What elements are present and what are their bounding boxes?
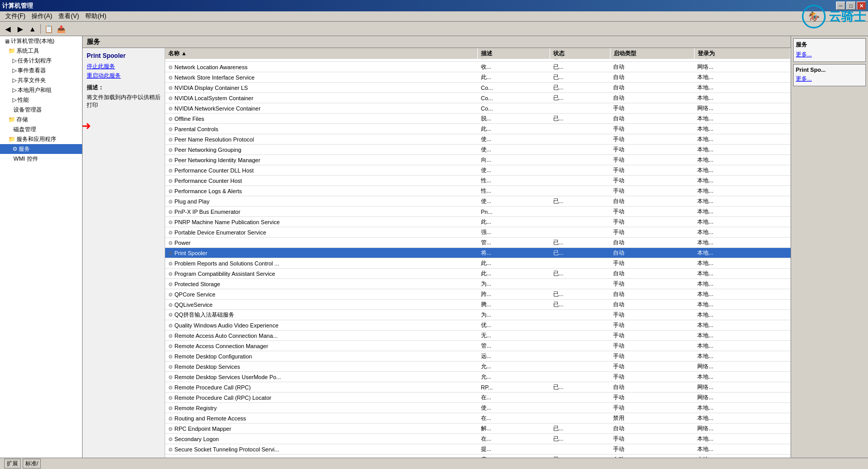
service-logon-cell: 本地... [694, 134, 790, 145]
table-row[interactable]: ⚙Performance Logs & Alerts性...手动本地... [165, 186, 791, 196]
service-desc-cell: Co... [478, 83, 550, 93]
menu-help[interactable]: 帮助(H) [82, 11, 109, 22]
tree-item-event-viewer[interactable]: ▷ 事件查看器 [0, 66, 82, 75]
restart-service-link[interactable]: 重启动此服务 [87, 72, 160, 80]
table-row[interactable]: ⚙NVIDIA NetworkService ContainerCo...手动网… [165, 103, 791, 114]
service-desc-cell: 启... [478, 455, 550, 458]
service-desc-cell: 腾... [478, 300, 550, 310]
tree-item-wmi[interactable]: WMI 控件 [0, 154, 82, 164]
tree-item-system-tools[interactable]: 📁 系统工具 [0, 46, 82, 56]
menu-file[interactable]: 文件(F) [2, 11, 28, 22]
table-row[interactable]: ⚙RPC Endpoint Mapper解...已...自动网络... [165, 424, 791, 434]
menu-action[interactable]: 操作(A) [28, 11, 55, 22]
tree-item-shared-folders[interactable]: ▷ 共享文件夹 [0, 75, 82, 85]
right-panel-more-link-2[interactable]: 更多... [796, 75, 863, 83]
table-row[interactable]: ⚙Security Accounts Manager启...已...自动本地..… [165, 455, 791, 458]
table-row[interactable]: ⚙Remote Desktop Configuration远...手动本地... [165, 351, 791, 362]
table-row[interactable]: ⚙Offline Files脱...已...自动本地... [165, 114, 791, 124]
col-header-name[interactable]: 名称 ▲ [165, 48, 478, 59]
service-desc-cell: 跨... [478, 289, 550, 300]
tree-item-storage[interactable]: 📁 存储 [0, 115, 82, 124]
tree-item-services[interactable]: ⚙ 服务 [0, 144, 82, 154]
service-logon-cell: 网络... [694, 393, 790, 403]
services-table-area[interactable]: 名称 ▲ 描述 状态 启动类型 登录为 ⚙Media Center Extend… [165, 48, 791, 458]
table-row[interactable]: ⚙Network Location Awareness收...已...自动网络.… [165, 62, 791, 72]
tree-item-performance[interactable]: ▷ 性能 [0, 95, 82, 105]
table-row[interactable]: ⚙QPCore Service跨...已...自动本地... [165, 289, 791, 300]
toolbar-forward[interactable]: ▶ [14, 23, 26, 35]
table-row[interactable]: ⚙Plug and Play使...已...自动本地... [165, 196, 791, 207]
table-row[interactable]: ⚙Peer Name Resolution Protocol使...手动本地..… [165, 134, 791, 145]
table-row[interactable]: ⚙Protected Storage为...手动本地... [165, 279, 791, 289]
table-row[interactable]: ⚙Remote Access Auto Connection Mana...无.… [165, 331, 791, 341]
table-row[interactable]: ⚙Remote Desktop Services UserMode Po...允… [165, 372, 791, 382]
service-desc-cell: 使... [478, 165, 550, 176]
table-row[interactable]: ⚙Remote Access Connection Manager管...手动本… [165, 341, 791, 351]
tree-item-services-apps[interactable]: 📁 服务和应用程序 [0, 134, 82, 144]
table-row[interactable]: ⚙Problem Reports and Solutions Control .… [165, 258, 791, 269]
table-row[interactable]: ⚙Remote Procedure Call (RPC) Locator在...… [165, 393, 791, 403]
service-startup-cell: 手动 [610, 176, 694, 186]
service-name-cell: ⚙Remote Access Auto Connection Mana... [165, 331, 478, 341]
service-startup-cell: 手动 [610, 351, 694, 362]
tree-item-local-users[interactable]: ▷ 本地用户和组 [0, 85, 82, 95]
table-row[interactable]: ⚙Remote Registry使...手动本地... [165, 403, 791, 413]
table-row[interactable]: ⚙PNRP Machine Name Publication Service此.… [165, 217, 791, 227]
table-row[interactable]: ⚙QQLiveService腾...已...自动本地... [165, 300, 791, 310]
table-row[interactable]: ⚙Parental Controls此...手动本地... [165, 124, 791, 134]
table-row[interactable]: ⚙Remote Desktop Services允...手动网络... [165, 362, 791, 372]
service-logon-cell: 网络... [694, 103, 790, 114]
menu-view[interactable]: 查看(V) [55, 11, 82, 22]
service-desc-cell: 使... [478, 134, 550, 145]
table-row[interactable]: ⚙Routing and Remote Access在...禁用本地... [165, 413, 791, 424]
table-row[interactable]: ⚙Performance Counter DLL Host使...手动本地... [165, 165, 791, 176]
table-row[interactable]: ⚙Peer Networking Grouping使...手动本地... [165, 145, 791, 155]
table-row[interactable]: ⚙Performance Counter Host性...手动本地... [165, 176, 791, 186]
service-logon-cell: 本地... [694, 300, 790, 310]
service-status-cell [550, 217, 610, 227]
service-desc-cell: 此... [478, 72, 550, 83]
service-startup-cell: 自动 [610, 93, 694, 103]
table-row[interactable]: ⚙Power管...已...自动本地... [165, 238, 791, 248]
table-row[interactable]: ⚙Peer Networking Identity Manager向...手动本… [165, 155, 791, 165]
table-row[interactable]: ⚙NVIDIA LocalSystem ContainerCo...已...自动… [165, 93, 791, 103]
service-desc-cell: 此... [478, 217, 550, 227]
table-row[interactable]: ⚙Secondary Logon在...已...手动本地... [165, 434, 791, 444]
service-logon-cell: 本地... [694, 217, 790, 227]
col-header-desc[interactable]: 描述 [478, 48, 550, 59]
service-startup-cell: 自动 [610, 114, 694, 124]
toolbar-export[interactable]: 📤 [55, 23, 67, 35]
service-status-cell [550, 176, 610, 186]
col-header-status[interactable]: 状态 [550, 48, 610, 59]
toolbar-back[interactable]: ◀ [2, 23, 13, 35]
table-row[interactable]: ⚙PnP-X IP Bus EnumeratorPn...手动本地... [165, 207, 791, 217]
service-name-cell: ⚙Remote Desktop Services [165, 362, 478, 372]
tree-item-computer-management[interactable]: 🖥 计算机管理(本地) [0, 36, 82, 46]
table-row[interactable]: ⚙Remote Procedure Call (RPC)RP...已...自动网… [165, 382, 791, 393]
table-row[interactable]: ⚙Program Compatibility Assistant Service… [165, 269, 791, 279]
table-row[interactable]: ⚙NVIDIA Display Container LSCo...已...自动本… [165, 83, 791, 93]
status-extend[interactable]: 扩展 [4, 459, 21, 468]
table-row[interactable]: ⚙Print Spooler将...已...自动本地... [165, 248, 791, 258]
table-row[interactable]: ⚙Portable Device Enumerator Service强...手… [165, 227, 791, 238]
status-standard[interactable]: 标准/ [23, 459, 41, 468]
table-row[interactable]: ⚙QQ拼音输入法基础服务为...手动本地... [165, 310, 791, 320]
col-header-startup[interactable]: 启动类型 [610, 48, 694, 59]
tree-item-disk-management[interactable]: 磁盘管理 [0, 124, 82, 134]
col-header-logon[interactable]: 登录为 [694, 48, 790, 59]
service-logon-cell: 本地... [694, 207, 790, 217]
service-desc-cell: 性... [478, 176, 550, 186]
toolbar-show-hide[interactable]: 📋 [43, 23, 54, 35]
stop-service-link[interactable]: 停止此服务 [87, 62, 160, 70]
service-name-cell: ⚙Peer Networking Identity Manager [165, 155, 478, 165]
toolbar-up[interactable]: ▲ [27, 23, 38, 35]
service-desc-cell: 性... [478, 186, 550, 196]
right-panel-more-link-1[interactable]: 更多... [796, 51, 863, 58]
table-row[interactable]: ⚙Quality Windows Audio Video Experience优… [165, 320, 791, 331]
table-row[interactable]: ⚙Network Store Interface Service此...已...… [165, 72, 791, 83]
tree-item-task-scheduler[interactable]: ▷ 任务计划程序 [0, 56, 82, 66]
table-row[interactable]: ⚙Secure Socket Tunneling Protocol Servi.… [165, 444, 791, 455]
tree-item-device-manager[interactable]: 设备管理器 [0, 105, 82, 115]
service-desc-cell: 解... [478, 424, 550, 434]
service-startup-cell: 手动 [610, 258, 694, 269]
